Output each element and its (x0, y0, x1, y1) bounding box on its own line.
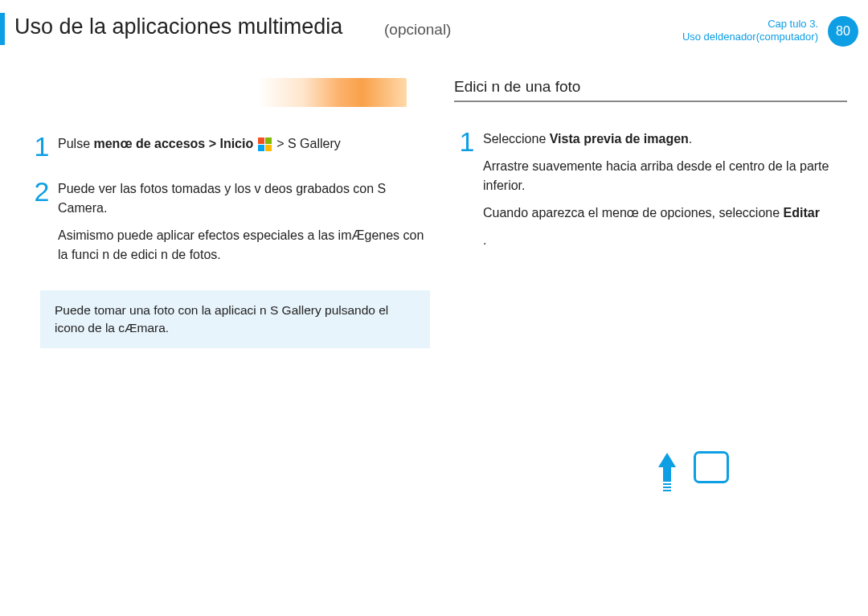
windows-start-icon (258, 138, 272, 152)
arrow-up-icon (658, 453, 676, 488)
r1-paragraph-2: Arrastre suavemente hacia arriba desde e… (483, 157, 855, 195)
right-step-1: 1 Seleccione Vista previa de imagen. Arr… (454, 129, 855, 258)
step-text: Seleccione Vista previa de imagen. Arras… (483, 129, 855, 258)
swipe-up-figure (647, 448, 743, 544)
page-title: Uso de la aplicaciones multimedia (14, 14, 342, 39)
chapter-info: Cap tulo 3. Uso deldenador(computador) 8… (682, 18, 857, 43)
header-accent-bar (0, 13, 5, 45)
left-step-1: 1 Pulse menœ de accesos > Inicio > S Gal… (29, 134, 430, 162)
right-column: Edici n de una foto 1 Seleccione Vista p… (454, 78, 855, 348)
tip-note: Puede tomar una foto con la aplicaci n S… (40, 290, 430, 348)
chapter-title: Uso deldenador(computador) (682, 31, 818, 43)
text-prefix: Pulse (58, 137, 90, 150)
chapter-number: Cap tulo 3. (682, 18, 818, 31)
r1-prefix: Seleccione (483, 132, 546, 146)
r1-bold: Vista previa de imagen (550, 132, 689, 146)
decorative-gradient (258, 78, 407, 107)
r1-suffix: . (689, 132, 692, 146)
step2-paragraph-1: Puede ver las fotos tomadas y los v deos… (58, 179, 430, 218)
text-bold: menœ de accesos > Inicio (93, 137, 253, 150)
step-number: 2 (29, 179, 55, 203)
step-text: Pulse menœ de accesos > Inicio > S Galle… (58, 134, 430, 162)
r1-p3-prefix: Cuando aparezca el menœ de opciones, sel… (483, 206, 784, 220)
page-number-badge: 80 (828, 16, 858, 47)
left-step-2: 2 Puede ver las fotos tomadas y los v de… (29, 179, 430, 273)
text-suffix: > S Gallery (276, 137, 341, 150)
r1-p3-suffix: . (483, 233, 486, 247)
step-text: Puede ver las fotos tomadas y los v deos… (58, 179, 430, 273)
page-subtitle: (opcional) (384, 21, 451, 39)
step2-paragraph-2: Asimismo puede aplicar efectos especiale… (58, 226, 430, 265)
page-header: Uso de la aplicaciones multimedia (opcio… (0, 10, 868, 54)
step-number: 1 (454, 129, 480, 154)
step-number: 1 (29, 134, 55, 158)
r1-p3-bold: Editar (784, 206, 820, 220)
section-heading: Edici n de una foto (454, 78, 847, 102)
screen-outline-icon (694, 451, 729, 483)
left-column: 1 Pulse menœ de accesos > Inicio > S Gal… (29, 78, 430, 348)
